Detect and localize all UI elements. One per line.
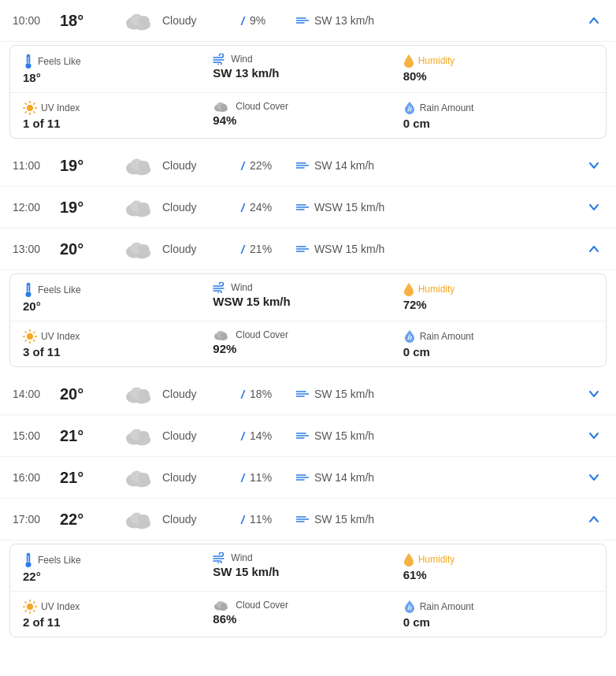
- cloud-icon: [115, 154, 162, 176]
- feels-like-label: Feels Like: [23, 282, 213, 298]
- wind-detail-value: WSW 15 km/h: [213, 295, 403, 308]
- svg-line-19: [25, 111, 27, 113]
- weather-row[interactable]: 11:00 19° Cloudy / 22% SW 14 km/h: [0, 145, 616, 187]
- weather-row[interactable]: 16:00 21° Cloudy / 11% SW 14 km/h: [0, 457, 616, 499]
- svg-point-69: [138, 389, 149, 399]
- weather-row[interactable]: 14:00 20° Cloudy / 18% SW 15 km/h: [0, 373, 616, 415]
- chevron-down-icon[interactable]: [584, 162, 603, 169]
- humidity-label: Humidity: [403, 282, 593, 296]
- humidity-label: Humidity: [403, 552, 593, 566]
- uv-value: 2 of 11: [23, 615, 213, 629]
- feels-like-value: 18°: [23, 71, 213, 84]
- cloud-icon: [115, 196, 162, 218]
- wind-detail-label: Wind: [213, 282, 403, 293]
- wind-info: SW 13 km/h: [296, 14, 584, 27]
- wind-item: Wind SW 15 km/h: [213, 552, 403, 583]
- wind-detail-label: Wind: [213, 552, 403, 563]
- chevron-up-icon[interactable]: [584, 245, 603, 253]
- detail-row-top: Feels Like 22° Wind SW 15 km/h: [10, 544, 606, 592]
- wind-info: SW 15 km/h: [296, 513, 584, 526]
- chevron-down-icon[interactable]: [584, 474, 603, 481]
- cloud-icon: [115, 383, 162, 405]
- rain-label: Rain Amount: [403, 600, 593, 614]
- precipitation: / 11%: [241, 471, 296, 485]
- rain-item: Rain Amount 0 cm: [403, 600, 593, 629]
- detail-panel: Feels Like 18° Wind SW 13 km/h: [9, 45, 607, 139]
- time-label: 12:00: [13, 201, 60, 214]
- uv-value: 1 of 11: [23, 117, 213, 130]
- cloud-cover-label: Cloud Cover: [213, 600, 403, 611]
- time-label: 10:00: [13, 14, 60, 27]
- cloud-cover-value: 86%: [213, 612, 403, 626]
- svg-point-63: [221, 332, 227, 338]
- weather-row[interactable]: 15:00 21° Cloudy / 14% SW 15 km/h: [0, 415, 616, 457]
- condition-label: Cloudy: [162, 513, 241, 526]
- temperature: 21°: [60, 427, 115, 445]
- svg-line-56: [25, 332, 27, 333]
- temperature: 20°: [60, 240, 115, 258]
- feels-like-item: Feels Like 22°: [23, 552, 213, 583]
- svg-line-18: [33, 103, 35, 105]
- humidity-item: Humidity 61%: [403, 552, 593, 583]
- weather-row[interactable]: 12:00 19° Cloudy / 24% WSW 15 km/h: [0, 187, 616, 228]
- time-label: 14:00: [13, 388, 60, 400]
- wind-info: SW 14 km/h: [296, 471, 584, 484]
- humidity-value: 80%: [403, 69, 593, 83]
- temperature: 19°: [60, 199, 115, 217]
- humidity-value: 72%: [403, 298, 593, 311]
- feels-like-value: 20°: [23, 299, 213, 313]
- weather-row[interactable]: 10:00 18° Cloudy / 9% SW 13 km/h: [0, 0, 616, 42]
- cloud-icon: [115, 9, 162, 32]
- weather-row[interactable]: 17:00 22° Cloudy / 11% SW 15 km/h: [0, 499, 616, 540]
- uv-value: 3 of 11: [23, 345, 213, 358]
- detail-row-top: Feels Like 18° Wind SW 13 km/h: [10, 46, 606, 93]
- condition-label: Cloudy: [162, 14, 241, 27]
- wind-detail-label: Wind: [213, 54, 403, 65]
- temperature: 19°: [60, 157, 115, 175]
- weather-row[interactable]: 13:00 20° Cloudy / 21% WSW 15 km/h: [0, 228, 616, 270]
- chevron-up-icon[interactable]: [584, 17, 603, 24]
- svg-point-98: [27, 604, 33, 610]
- humidity-item: Humidity 72%: [403, 282, 593, 313]
- uv-label: UV Index: [23, 101, 213, 115]
- cloud-icon: [115, 466, 162, 488]
- chevron-down-icon[interactable]: [584, 390, 603, 398]
- condition-label: Cloudy: [162, 201, 241, 214]
- detail-panel: Feels Like 22° Wind SW 15 km/h: [9, 544, 607, 637]
- detail-row-bottom: UV Index 2 of 11 Cloud Cover 86%: [10, 592, 606, 637]
- temperature: 21°: [60, 469, 115, 487]
- wind-detail-value: SW 15 km/h: [213, 565, 403, 578]
- detail-row-bottom: UV Index 1 of 11 Cloud Cover 94%: [10, 93, 606, 138]
- uv-item: UV Index 2 of 11: [23, 600, 213, 629]
- time-label: 16:00: [13, 471, 60, 484]
- condition-label: Cloudy: [162, 159, 241, 172]
- chevron-down-icon[interactable]: [584, 432, 603, 440]
- svg-line-59: [25, 340, 27, 341]
- cloud-cover-item: Cloud Cover 92%: [213, 329, 403, 358]
- chevron-down-icon[interactable]: [584, 203, 603, 211]
- rain-label: Rain Amount: [403, 329, 593, 344]
- cloud-cover-value: 94%: [213, 113, 403, 127]
- chevron-up-icon[interactable]: [584, 515, 603, 523]
- cloud-cover-value: 92%: [213, 342, 403, 355]
- humidity-value: 61%: [403, 568, 593, 581]
- cloud-cover-label: Cloud Cover: [213, 101, 403, 112]
- precipitation: / 14%: [241, 429, 296, 443]
- detail-row-bottom: UV Index 3 of 11 Cloud Cover 92%: [10, 321, 606, 366]
- precipitation: / 11%: [241, 513, 296, 526]
- svg-line-57: [33, 340, 35, 341]
- condition-label: Cloudy: [162, 243, 241, 255]
- temperature: 22°: [60, 511, 115, 529]
- svg-line-103: [25, 602, 27, 604]
- svg-point-11: [27, 105, 33, 111]
- svg-line-106: [25, 610, 27, 611]
- time-label: 13:00: [13, 243, 60, 255]
- svg-point-110: [221, 603, 227, 608]
- svg-point-83: [138, 473, 149, 483]
- feels-like-item: Feels Like 20°: [23, 282, 213, 313]
- time-label: 15:00: [13, 429, 60, 442]
- weather-list: 10:00 18° Cloudy / 9% SW 13 km/h Feels L…: [0, 0, 616, 637]
- condition-label: Cloudy: [162, 471, 241, 484]
- wind-item: Wind SW 13 km/h: [213, 54, 403, 84]
- cloud-cover-label: Cloud Cover: [213, 329, 403, 340]
